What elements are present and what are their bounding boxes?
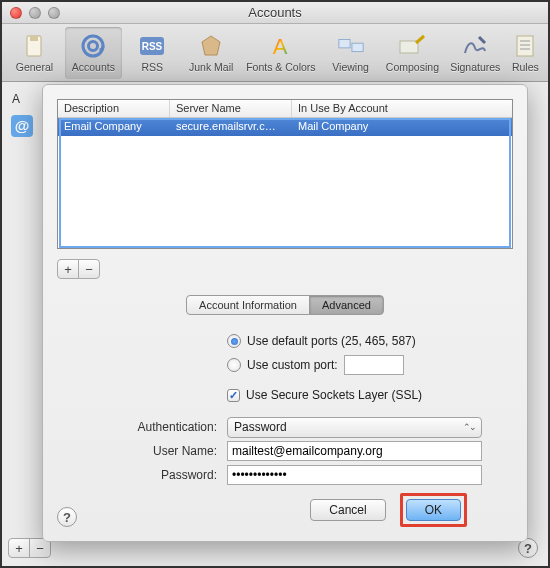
- cancel-label: Cancel: [329, 503, 366, 517]
- cancel-button[interactable]: Cancel: [310, 499, 385, 521]
- auth-value: Password: [234, 420, 287, 434]
- table-row[interactable]: Email Company secure.emailsrvr.c… Mail C…: [58, 118, 512, 136]
- auth-label: Authentication:: [57, 420, 227, 434]
- rules-icon: [511, 32, 539, 60]
- toolbar-label: RSS: [141, 61, 163, 73]
- chevron-updown-icon: ⌃⌄: [463, 422, 475, 432]
- server-table[interactable]: Description Server Name In Use By Accoun…: [57, 99, 513, 249]
- signature-icon: [461, 32, 489, 60]
- advanced-form: Use default ports (25, 465, 587) Use cus…: [57, 329, 513, 487]
- toolbar-label: General: [16, 61, 53, 73]
- svg-rect-1: [30, 36, 38, 41]
- titlebar: Accounts: [2, 2, 548, 24]
- toolbar-label: Composing: [386, 61, 439, 73]
- at-icon[interactable]: @: [10, 114, 38, 142]
- svg-text:RSS: RSS: [142, 41, 163, 52]
- accounts-window: Accounts General Accounts RSS RSS Junk M…: [0, 0, 550, 568]
- toolbar-item-junk[interactable]: Junk Mail: [183, 27, 240, 79]
- toolbar-item-general[interactable]: General: [6, 27, 63, 79]
- sheet-buttons: Cancel OK: [310, 493, 467, 527]
- smtp-sheet: Description Server Name In Use By Accoun…: [42, 84, 528, 542]
- toolbar-item-composing[interactable]: Composing: [381, 27, 444, 79]
- svg-text:@: @: [15, 117, 30, 134]
- toolbar-label: Rules: [512, 61, 539, 73]
- plus-icon: +: [64, 262, 72, 277]
- ok-button[interactable]: OK: [406, 499, 461, 521]
- accounts-heading-fragment: A: [8, 90, 38, 108]
- svg-point-2: [83, 36, 103, 56]
- radio-default-ports-label: Use default ports (25, 465, 587): [247, 334, 416, 348]
- toolbar-item-viewing[interactable]: Viewing: [322, 27, 379, 79]
- table-header: Description Server Name In Use By Accoun…: [58, 100, 512, 118]
- toolbar-label: Junk Mail: [189, 61, 233, 73]
- tab-advanced[interactable]: Advanced: [309, 295, 384, 315]
- selection-highlight: [59, 118, 511, 248]
- toolbar-item-rules[interactable]: Rules: [507, 27, 544, 79]
- toolbar-label: Accounts: [72, 61, 115, 73]
- minus-icon: −: [36, 541, 44, 556]
- auth-select[interactable]: Password ⌃⌄: [227, 417, 482, 438]
- svg-point-3: [89, 42, 98, 51]
- ok-label: OK: [425, 503, 442, 517]
- username-label: User Name:: [57, 444, 227, 458]
- radio-default-ports[interactable]: [227, 334, 241, 348]
- window-title: Accounts: [2, 5, 548, 20]
- svg-rect-8: [352, 43, 363, 51]
- svg-text:A: A: [273, 34, 288, 59]
- compose-icon: [398, 32, 426, 60]
- toolbar-label: Viewing: [332, 61, 369, 73]
- col-description[interactable]: Description: [58, 100, 170, 117]
- col-inuse[interactable]: In Use By Account: [292, 100, 512, 117]
- radio-custom-port-label: Use custom port:: [247, 358, 338, 372]
- cell-server: secure.emailsrvr.c…: [170, 118, 292, 136]
- password-input[interactable]: [227, 465, 482, 485]
- custom-port-input[interactable]: [344, 355, 404, 375]
- tab-account-info[interactable]: Account Information: [186, 295, 310, 315]
- password-label: Password:: [57, 468, 227, 482]
- left-column: A @: [8, 90, 38, 540]
- server-add-remove: + −: [57, 259, 513, 279]
- ssl-checkbox[interactable]: ✓: [227, 389, 240, 402]
- viewing-icon: [337, 32, 365, 60]
- settings-icon: [20, 32, 48, 60]
- sheet-tabs: Account Information Advanced: [57, 295, 513, 315]
- svg-rect-7: [338, 39, 349, 47]
- toolbar-item-accounts[interactable]: Accounts: [65, 27, 122, 79]
- add-server-button[interactable]: +: [57, 259, 79, 279]
- svg-rect-9: [400, 41, 418, 53]
- add-account-button[interactable]: +: [8, 538, 30, 558]
- remove-server-button[interactable]: −: [78, 259, 100, 279]
- minus-icon: −: [85, 262, 93, 277]
- plus-icon: +: [15, 541, 23, 556]
- toolbar: General Accounts RSS RSS Junk Mail A Fon…: [2, 24, 548, 82]
- junk-icon: [197, 32, 225, 60]
- ssl-label: Use Secure Sockets Layer (SSL): [246, 388, 422, 402]
- toolbar-item-signatures[interactable]: Signatures: [446, 27, 505, 79]
- check-icon: ✓: [229, 389, 238, 402]
- ok-highlight: OK: [400, 493, 467, 527]
- toolbar-item-fonts[interactable]: A Fonts & Colors: [242, 27, 321, 79]
- toolbar-item-rss[interactable]: RSS RSS: [124, 27, 181, 79]
- username-input[interactable]: [227, 441, 482, 461]
- rss-icon: RSS: [138, 32, 166, 60]
- at-icon: [79, 32, 107, 60]
- toolbar-label: Fonts & Colors: [246, 61, 315, 73]
- radio-custom-port[interactable]: [227, 358, 241, 372]
- cell-description: Email Company: [58, 118, 170, 136]
- toolbar-label: Signatures: [450, 61, 500, 73]
- col-server[interactable]: Server Name: [170, 100, 292, 117]
- svg-rect-10: [517, 36, 533, 56]
- help-button-sheet[interactable]: ?: [57, 507, 77, 527]
- fonts-icon: A: [267, 32, 295, 60]
- help-icon: ?: [57, 507, 77, 527]
- cell-inuse: Mail Company: [292, 118, 512, 136]
